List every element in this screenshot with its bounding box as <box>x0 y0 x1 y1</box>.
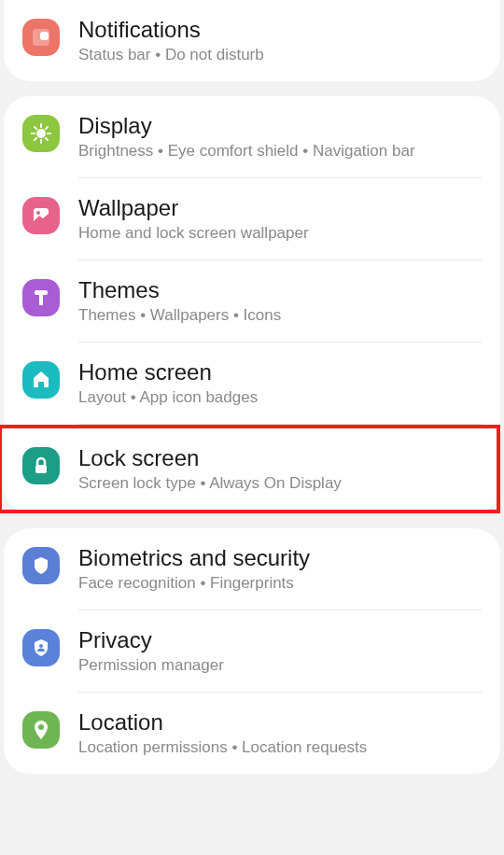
item-content: ThemesThemes • Wallpapers • Icons <box>78 277 482 325</box>
themes-icon <box>22 279 60 316</box>
item-subtitle: Permission manager <box>78 656 482 675</box>
svg-line-8 <box>46 138 48 140</box>
svg-point-17 <box>38 724 44 730</box>
item-subtitle: Home and lock screen wallpaper <box>78 224 482 243</box>
settings-item-privacy[interactable]: PrivacyPermission manager <box>4 610 500 692</box>
svg-point-2 <box>36 129 46 138</box>
svg-point-12 <box>36 211 40 215</box>
item-content: Lock screenScreen lock type • Always On … <box>78 445 478 493</box>
svg-rect-1 <box>40 32 49 40</box>
item-content: LocationLocation permissions • Location … <box>78 709 482 757</box>
item-content: WallpaperHome and lock screen wallpaper <box>78 195 482 243</box>
svg-point-16 <box>39 644 43 648</box>
item-title: Wallpaper <box>78 195 482 221</box>
item-content: Home screenLayout • App icon badges <box>78 359 482 407</box>
settings-item-display[interactable]: DisplayBrightness • Eye comfort shield •… <box>4 96 500 177</box>
svg-rect-15 <box>35 465 47 473</box>
item-title: Home screen <box>78 359 482 385</box>
location-icon <box>22 711 60 749</box>
item-subtitle: Location permissions • Location requests <box>78 738 482 757</box>
settings-item-themes[interactable]: ThemesThemes • Wallpapers • Icons <box>4 260 500 342</box>
svg-rect-13 <box>35 290 48 295</box>
settings-item-notifications[interactable]: NotificationsStatus bar • Do not disturb <box>4 0 500 81</box>
item-subtitle: Brightness • Eye comfort shield • Naviga… <box>78 142 482 161</box>
item-subtitle: Status bar • Do not disturb <box>78 46 482 64</box>
item-title: Themes <box>78 277 482 303</box>
notifications-icon <box>22 19 60 56</box>
item-content: DisplayBrightness • Eye comfort shield •… <box>78 113 482 161</box>
settings-group: Biometrics and securityFace recognition … <box>4 528 500 774</box>
lock-icon <box>22 447 60 484</box>
wallpaper-icon <box>22 197 60 234</box>
svg-rect-14 <box>39 295 43 305</box>
settings-item-lock-screen[interactable]: Lock screenScreen lock type • Always On … <box>0 425 500 513</box>
item-title: Notifications <box>78 17 482 43</box>
settings-item-wallpaper[interactable]: WallpaperHome and lock screen wallpaper <box>4 178 500 259</box>
item-subtitle: Layout • App icon badges <box>78 388 482 407</box>
svg-line-10 <box>46 127 48 129</box>
svg-line-7 <box>35 127 36 129</box>
settings-item-biometrics[interactable]: Biometrics and securityFace recognition … <box>4 528 500 610</box>
item-title: Display <box>78 113 482 139</box>
item-content: PrivacyPermission manager <box>78 627 482 675</box>
item-title: Privacy <box>78 627 482 653</box>
svg-line-9 <box>35 138 36 140</box>
settings-item-location[interactable]: LocationLocation permissions • Location … <box>4 693 500 774</box>
item-content: NotificationsStatus bar • Do not disturb <box>78 17 482 64</box>
settings-item-home-screen[interactable]: Home screenLayout • App icon badges <box>4 343 500 424</box>
item-title: Lock screen <box>78 445 478 471</box>
item-subtitle: Themes • Wallpapers • Icons <box>78 306 482 325</box>
home-icon <box>22 361 60 399</box>
item-subtitle: Face recognition • Fingerprints <box>78 574 482 593</box>
settings-group: DisplayBrightness • Eye comfort shield •… <box>4 96 500 513</box>
item-title: Biometrics and security <box>78 545 482 571</box>
item-title: Location <box>78 709 482 736</box>
privacy-icon <box>22 629 60 666</box>
item-subtitle: Screen lock type • Always On Display <box>78 474 478 493</box>
display-icon <box>22 115 60 152</box>
item-content: Biometrics and securityFace recognition … <box>78 545 482 593</box>
shield-icon <box>22 547 60 584</box>
settings-group: NotificationsStatus bar • Do not disturb <box>4 0 500 81</box>
